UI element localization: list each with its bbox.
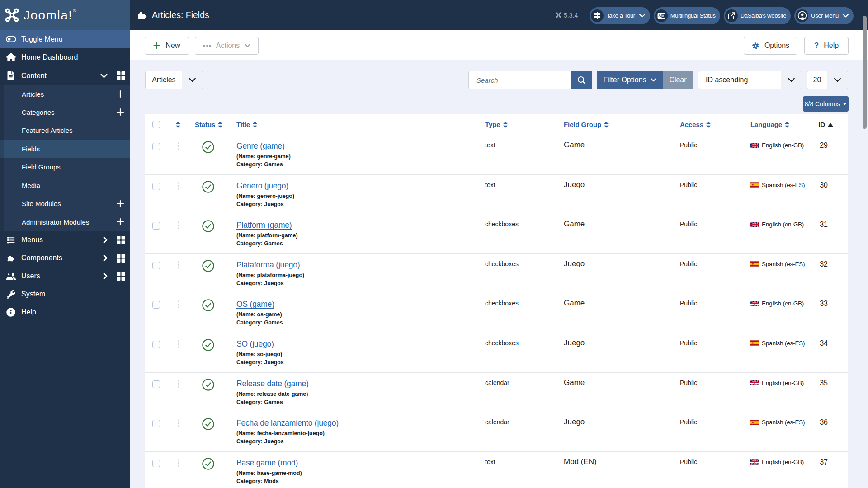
svg-text:A: A	[658, 14, 661, 18]
svg-text:文: 文	[661, 14, 665, 17]
